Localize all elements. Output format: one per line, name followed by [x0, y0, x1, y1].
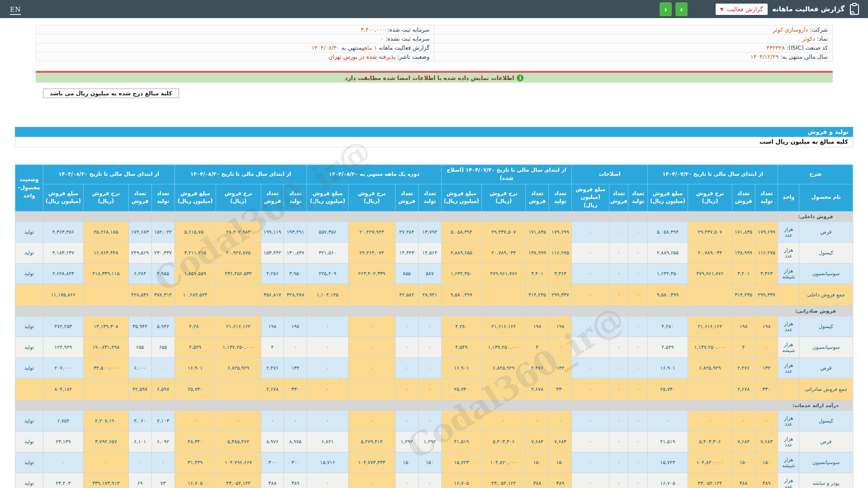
value-cell: ۰: [418, 473, 441, 488]
value-cell: ۲,۸۸۹,۶۵۵: [647, 243, 688, 263]
table-cell: [128, 400, 151, 411]
value-cell: ۲۰۷,۰۰۰: [43, 358, 83, 379]
value-cell: ۰: [609, 473, 628, 488]
info-cell-right: کد صنعت (ISIC): ۴۳۲۳۲۸: [434, 43, 833, 52]
table-cell: [151, 306, 175, 316]
value-cell: ۵,۰۵۸,۳۹۴: [441, 222, 481, 243]
table-cell: [284, 306, 307, 316]
unit-cell: هزار شیشه: [778, 452, 799, 473]
value-cell: ۵,۴۰۳,۳۰۶: [481, 432, 526, 452]
value-cell: ۷,۶۸۳: [549, 432, 572, 452]
value-cell: ۰: [175, 411, 216, 432]
value-cell: ۲۹۹,۳۳۷: [549, 284, 572, 306]
value-cell: ۰: [395, 316, 418, 337]
table-cell: [395, 211, 418, 222]
value-cell: ۰: [609, 263, 628, 284]
value-cell: ۰: [628, 337, 647, 358]
language-toggle[interactable]: EN: [10, 6, 21, 15]
value-cell: ۳۰۰: [261, 452, 284, 473]
column-header-description: شرح: [778, 165, 853, 184]
unit-cell: هزار عدد: [778, 411, 799, 432]
table-cell: [647, 400, 688, 411]
table-cell: [151, 400, 175, 411]
value-cell: ۲۸,۹۴۱: [418, 284, 441, 306]
unit-cell: هزار عدد: [778, 358, 799, 379]
value-cell: ۰: [647, 411, 688, 432]
value-cell: ۲۲۵,۲۰۹: [307, 263, 348, 284]
company-info-section: شرکت: داروسازي کوثرسرمایه ثبت شده: ۳,۴۰۰…: [36, 25, 833, 61]
status-cell: تولید: [15, 432, 43, 452]
value-cell: ۰: [628, 473, 647, 488]
info-value: ۴۳۲۳۲۸: [767, 44, 785, 51]
value-cell: ۱۰۴,۷۹۶,۶۶۷: [216, 452, 261, 473]
value-cell: ۰: [628, 379, 647, 400]
value-cell: ۶,۸۲۱: [307, 432, 348, 452]
table-cell: [732, 306, 755, 316]
value-cell: ۱۷۱,۸۳۵: [526, 222, 549, 243]
previous-report-button[interactable]: ‹: [660, 2, 672, 16]
value-cell: ۰: [151, 452, 175, 473]
production-sales-table: شرحاز ابتدای سال مالی تا تاریخ ۱۴۰۴/۰۷/۳…: [15, 164, 853, 488]
table-cell: [418, 211, 441, 222]
table-cell: [647, 211, 688, 222]
table-cell: [628, 400, 647, 411]
next-report-button[interactable]: ›: [675, 2, 688, 16]
value-cell: ۳۳۰: [549, 379, 572, 400]
value-cell: ۰: [284, 337, 307, 358]
value-cell: ۱۳۲: [755, 358, 778, 379]
value-cell: ۶,۸۲۵,۹۲۹: [481, 358, 526, 379]
value-cell: ۲۴۹,۵۶۹: [128, 243, 151, 263]
value-cell: ۴۸,۳۴۰: [175, 432, 216, 452]
column-header: تعداد تولید: [755, 184, 778, 211]
value-cell: ۸۵۵: [395, 263, 418, 284]
value-cell: [348, 379, 395, 400]
info-label: کد صنعت (ISIC):: [785, 44, 828, 51]
value-cell: ۲۳,۱۳۹: [43, 432, 83, 452]
table-cell: [128, 211, 151, 222]
value-cell: ۲۵,۷۳۰: [647, 379, 688, 400]
table-cell: [481, 211, 526, 222]
value-cell: ۱۶,۷۶۳,۴۴۸: [83, 243, 128, 263]
value-cell: ۱۳۸,۹۹۹: [732, 243, 755, 263]
value-cell: ۱۹۸: [261, 316, 284, 337]
table-cell: [261, 400, 284, 411]
signature-match-text: اطلاعات نمایش داده شده با اطلاعات امضا ش…: [345, 75, 514, 81]
value-cell: ۰: [572, 411, 609, 432]
report-type-dropdown[interactable]: گزارش فعالیت ▼: [716, 4, 768, 15]
section-label: درآمد ارائه خدمات:: [778, 400, 853, 411]
value-cell: ۰: [418, 411, 441, 432]
info-value: ۱ ماهه: [362, 44, 377, 51]
table-cell: [441, 400, 481, 411]
info-value: ۱۴۰۴/۰۸/۳۰: [311, 44, 340, 51]
value-cell: ۱,۱۳۷,۲۵۰,۰۰۰: [688, 337, 732, 358]
value-cell: ۱۲۴,۹۲۹: [43, 337, 83, 358]
product-name: قرص: [799, 222, 853, 243]
info-row: شرکت: داروسازي کوثرسرمایه ثبت شده: ۳,۴۰۰…: [36, 25, 833, 34]
value-cell: ۷,۶۸۴: [526, 432, 549, 452]
value-cell: ۰: [43, 452, 83, 473]
value-cell: ۰: [348, 316, 395, 337]
value-cell: ۰: [609, 452, 628, 473]
table-cell: [175, 306, 216, 316]
million-rial-note: کلیه مبالغ درج شده به میلیون ریال می باش…: [43, 89, 179, 98]
value-cell: ۸,۹۷۵: [284, 432, 307, 452]
unit-cell: هزار عدد: [778, 243, 799, 263]
value-cell: ۳,۴۰۱: [526, 263, 549, 284]
value-cell: ۰: [572, 263, 609, 284]
value-cell: ۲۶۳,۴۰۲,۳۳۹: [348, 263, 395, 284]
product-name: جمع فروش داخلی: [799, 284, 853, 306]
value-cell: ۰: [481, 411, 526, 432]
value-cell: ۱۵۰: [526, 452, 549, 473]
value-cell: ۳,۷۹۲,۶۵۷: [83, 432, 128, 452]
value-cell: ۳۸۹: [755, 473, 778, 488]
table-row: قرصهزار عدد۱۳۲۲,۴۷۶۶,۸۲۵,۹۲۹۱۶,۹۰۱۰۰۰۱۳۲…: [15, 358, 853, 379]
value-cell: ۰: [151, 358, 175, 379]
total-row: جمع فروش داخلی۲۹۹,۳۳۷۳۱۴,۲۳۵۹,۵۸۰,۳۹۹۰۰۰…: [15, 284, 853, 306]
value-cell: ۶,۲۸۴: [128, 263, 151, 284]
column-header-product-name: نام محصول: [799, 184, 853, 211]
value-cell: ۹,۵۸۰,۳۹۹: [441, 284, 481, 306]
value-cell: ۰: [628, 316, 647, 337]
value-cell: ۰: [609, 337, 628, 358]
value-cell: ۴۱,۵۱۹: [441, 432, 481, 452]
value-cell: ۰: [128, 452, 151, 473]
